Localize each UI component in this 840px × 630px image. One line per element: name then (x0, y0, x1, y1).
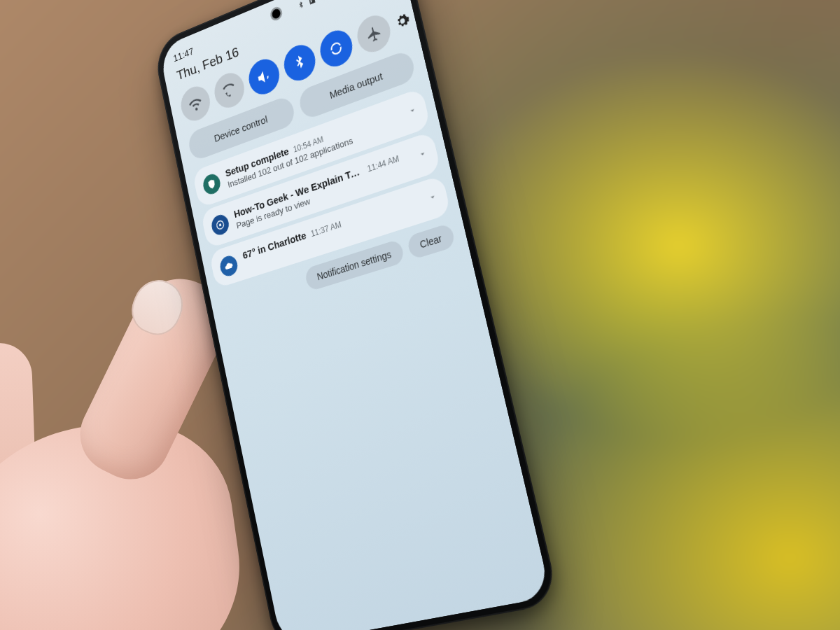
notification-time: 11:44 AM (366, 154, 400, 174)
scene: 11:47 5G+ (0, 0, 840, 630)
qs-settings-button[interactable] (394, 10, 412, 34)
chevron-down-icon[interactable] (417, 148, 429, 163)
phone-screen: 11:47 5G+ (159, 0, 552, 630)
shield-check-icon (202, 172, 222, 197)
notification-shade: 11:47 5G+ (159, 0, 552, 630)
chevron-down-icon[interactable] (407, 104, 419, 120)
notification-time: 11:37 AM (310, 220, 342, 239)
chrome-icon (210, 213, 230, 238)
phone-frame: 11:47 5G+ (152, 0, 560, 630)
chevron-down-icon[interactable] (427, 191, 439, 206)
cloud-icon (218, 253, 239, 278)
svg-point-1 (219, 223, 222, 227)
gear-icon (394, 11, 412, 34)
clear-notifications-button[interactable]: Clear (406, 223, 456, 260)
